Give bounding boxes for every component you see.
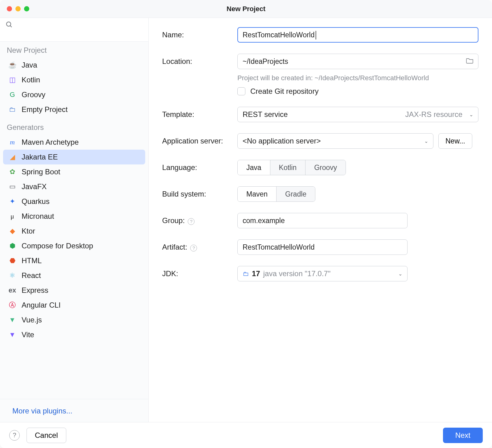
name-label: Name:	[162, 31, 237, 39]
folder-sdk-icon: 🗀	[243, 270, 249, 277]
chevron-down-icon: ⌄	[424, 138, 428, 144]
chevron-down-icon: ⌄	[469, 112, 473, 118]
group-input-value: com.example	[243, 217, 285, 225]
appserver-value: <No application server>	[243, 137, 321, 145]
help-button[interactable]: ?	[9, 430, 20, 441]
sidebar-item-kotlin[interactable]: ◫Kotlin	[3, 73, 145, 87]
sidebar-item-javafx[interactable]: ▭JavaFX	[3, 179, 145, 194]
groovy-icon: G	[8, 90, 17, 99]
group-label: Group:?	[162, 216, 237, 225]
language-label: Language:	[162, 163, 237, 172]
sidebar-item-micronaut[interactable]: μMicronaut	[3, 209, 145, 224]
sidebar-item-empty-project[interactable]: 🗀Empty Project	[3, 102, 145, 117]
sidebar-item-label: JavaFX	[22, 182, 47, 191]
appserver-label: Application server:	[162, 137, 237, 145]
quarkus-icon: ✦	[8, 197, 17, 206]
jdk-label: JDK:	[162, 269, 237, 278]
cancel-button[interactable]: Cancel	[27, 428, 66, 443]
sidebar-item-label: Express	[22, 286, 48, 295]
sidebar-item-jakarta-ee[interactable]: ◢Jakarta EE	[3, 150, 145, 164]
segment-option-groovy[interactable]: Groovy	[305, 160, 346, 175]
sidebar-item-label: Compose for Desktop	[22, 242, 93, 250]
help-icon[interactable]: ?	[190, 245, 197, 251]
sidebar-item-maven-archetype[interactable]: mMaven Archetype	[3, 135, 145, 150]
location-input-value: ~/IdeaProjects	[243, 57, 288, 66]
chevron-down-icon: ⌄	[398, 271, 402, 277]
segment-option-kotlin[interactable]: Kotlin	[270, 160, 306, 175]
appserver-new-button[interactable]: New...	[438, 133, 472, 149]
react-icon: ⚛	[8, 271, 17, 280]
sidebar-item-label: Java	[22, 61, 37, 69]
search-input[interactable]	[6, 30, 143, 38]
folder-browse-icon[interactable]	[466, 57, 474, 65]
sidebar-item-react[interactable]: ⚛React	[3, 268, 145, 283]
more-via-plugins-link[interactable]: More via plugins...	[0, 399, 148, 422]
group-input[interactable]: com.example	[237, 213, 408, 228]
template-select[interactable]: REST service JAX-RS resource ⌄	[237, 107, 478, 122]
search-field-wrap	[0, 18, 148, 42]
titlebar: New Project	[0, 0, 492, 18]
java-icon: ☕	[8, 61, 17, 69]
sidebar-item-label: Kotlin	[22, 76, 40, 84]
sidebar-item-html[interactable]: ⬣HTML	[3, 253, 145, 268]
express-icon: ex	[8, 286, 17, 295]
sidebar-item-quarkus[interactable]: ✦Quarkus	[3, 194, 145, 209]
generator-list: mMaven Archetype◢Jakarta EE✿Spring Boot▭…	[0, 134, 148, 344]
dialog-footer: ? Cancel Next	[0, 422, 492, 448]
javafx-icon: ▭	[8, 182, 17, 191]
sidebar-item-compose-for-desktop[interactable]: ⬢Compose for Desktop	[3, 239, 145, 253]
help-icon[interactable]: ?	[188, 218, 195, 225]
jdk-secondary: java version "17.0.7"	[263, 269, 331, 278]
sidebar-item-vue-js[interactable]: ▼Vue.js	[3, 313, 145, 327]
segment-option-gradle[interactable]: Gradle	[277, 187, 315, 201]
location-hint: Project will be created in: ~/IdeaProjec…	[237, 74, 478, 82]
sidebar-item-ktor[interactable]: ◆Ktor	[3, 224, 145, 239]
ktor-icon: ◆	[8, 227, 17, 235]
sidebar-item-label: Maven Archetype	[22, 138, 79, 147]
git-checkbox-label: Create Git repository	[250, 87, 318, 96]
build-segment: MavenGradle	[237, 186, 315, 202]
build-label: Build system:	[162, 190, 237, 198]
appserver-select[interactable]: <No application server> ⌄	[237, 133, 433, 149]
sidebar-item-express[interactable]: exExpress	[3, 283, 145, 298]
search-icon	[6, 22, 13, 30]
next-button[interactable]: Next	[443, 428, 483, 443]
main-form: Name: RestTomcatHelloWorld Location: ~/I…	[149, 18, 492, 422]
jdk-primary: 17	[252, 269, 260, 278]
section-header-new-project: New Project	[0, 42, 148, 56]
sidebar-item-java[interactable]: ☕Java	[3, 58, 145, 73]
location-label: Location:	[162, 57, 237, 66]
git-checkbox[interactable]	[237, 87, 245, 95]
sidebar-item-label: React	[22, 271, 41, 280]
sidebar-item-vite[interactable]: ▼Vite	[3, 327, 145, 342]
sidebar-item-label: Vue.js	[22, 316, 42, 324]
language-segment: JavaKotlinGroovy	[237, 160, 346, 175]
name-input[interactable]: RestTomcatHelloWorld	[237, 27, 478, 43]
vite-icon: ▼	[8, 330, 17, 339]
sidebar-item-label: Jakarta EE	[22, 153, 58, 161]
sidebar-item-groovy[interactable]: GGroovy	[3, 87, 145, 102]
sidebar-item-label: HTML	[22, 256, 42, 265]
sidebar-item-label: Spring Boot	[22, 168, 60, 176]
segment-option-maven[interactable]: Maven	[238, 187, 277, 201]
angular-icon: Ⓐ	[8, 301, 17, 309]
sidebar-item-spring-boot[interactable]: ✿Spring Boot	[3, 164, 145, 179]
html-icon: ⬣	[8, 256, 17, 265]
segment-option-java[interactable]: Java	[238, 160, 270, 175]
sidebar-item-angular-cli[interactable]: ⒶAngular CLI	[3, 298, 145, 313]
micronaut-icon: μ	[8, 212, 17, 221]
empty-icon: 🗀	[8, 105, 17, 114]
spring-icon: ✿	[8, 168, 17, 176]
location-input[interactable]: ~/IdeaProjects	[237, 54, 478, 69]
jdk-select[interactable]: 🗀 17 java version "17.0.7" ⌄	[237, 266, 408, 281]
sidebar-item-label: Micronaut	[22, 212, 54, 221]
sidebar-item-label: Vite	[22, 330, 34, 339]
svg-point-0	[6, 22, 11, 26]
jakarta-icon: ◢	[8, 153, 17, 161]
template-meta: JAX-RS resource	[405, 110, 462, 119]
sidebar-item-label: Quarkus	[22, 197, 50, 206]
sidebar-item-label: Groovy	[22, 90, 45, 99]
name-input-value: RestTomcatHelloWorld	[243, 31, 314, 39]
artifact-input[interactable]: RestTomcatHelloWorld	[237, 239, 408, 255]
section-header-generators: Generators	[0, 119, 148, 134]
